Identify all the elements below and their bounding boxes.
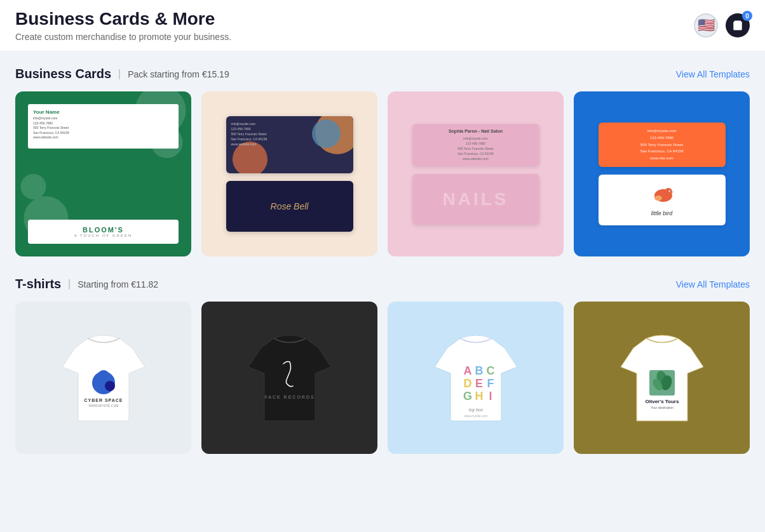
svg-text:H: H — [475, 390, 483, 402]
bc-nails-back: NAILS — [412, 174, 539, 225]
bc-card-nails[interactable]: Sophia Paron - Nail Salon info@mysite.co… — [388, 91, 564, 256]
svg-point-13 — [105, 381, 115, 391]
ts-cyber-content: CYBER SPACE WWW.MYSITE.COM — [62, 329, 145, 427]
bc-card-dark[interactable]: info@mysite.com123-456-7890500 Terry Fra… — [201, 91, 377, 256]
svg-text:B: B — [475, 364, 483, 377]
ts-price: Starting from €11.82 — [69, 279, 158, 289]
bc-dark-back: Rose Bell — [226, 181, 353, 232]
svg-text:www.mysite.com: www.mysite.com — [464, 414, 487, 418]
svg-point-4 — [21, 174, 46, 199]
header-text: Business Cards & More Create custom merc… — [15, 9, 231, 42]
page-subtitle: Create custom merchandise to promote you… — [15, 32, 231, 42]
ts-olivers-content: Oliver's Tours Your destination — [621, 329, 703, 427]
svg-text:WWW.MYSITE.COM: WWW.MYSITE.COM — [88, 404, 118, 408]
ts-view-all-link[interactable]: View All Templates — [676, 279, 750, 289]
bc-blue-bg: info@mysite.com123-456-7890500 Terry Fra… — [574, 91, 750, 256]
business-cards-grid: Your Name info@mysite.com 123-456-7890 5… — [15, 91, 750, 256]
ts-abc-item[interactable]: A B C D E F G H I toy box www.mysite.com — [388, 302, 564, 454]
bc-title-group: Business Cards Pack starting from €15.19 — [15, 67, 229, 81]
svg-text:D: D — [463, 377, 471, 390]
svg-text:Your destination: Your destination — [651, 406, 674, 409]
header-actions: 🇺🇸 0 — [694, 13, 750, 37]
ts-title-group: T-shirts Starting from €11.82 — [15, 277, 158, 291]
svg-point-8 — [669, 190, 670, 191]
svg-text:toy box: toy box — [468, 408, 483, 413]
flag-button[interactable]: 🇺🇸 — [694, 13, 718, 37]
cart-badge: 0 — [742, 11, 752, 21]
tshirt-abc-svg: A B C D E F G H I toy box www.mysite.com — [435, 329, 517, 424]
tshirt-olivers-svg: Oliver's Tours Your destination — [621, 329, 703, 424]
svg-point-6 — [665, 188, 672, 196]
tshirt-face-svg: FACE RECORDS — [248, 329, 331, 424]
bc-pink-bg: Sophia Paron - Nail Salon info@mysite.co… — [388, 91, 564, 256]
leaf-decoration — [15, 91, 191, 256]
main-content: Business Cards Pack starting from €15.19… — [0, 51, 765, 469]
svg-point-3 — [24, 196, 69, 241]
svg-text:FACE RECORDS: FACE RECORDS — [264, 395, 315, 399]
bc-card-bird[interactable]: info@mysite.com123-456-7890500 Terry Fra… — [574, 91, 750, 256]
bc-bird-front: info@mysite.com123-456-7890500 Terry Fra… — [599, 123, 726, 167]
svg-point-10 — [654, 196, 662, 201]
svg-point-12 — [97, 370, 110, 383]
ts-face-item[interactable]: FACE RECORDS — [201, 302, 377, 454]
bc-card-green[interactable]: Your Name info@mysite.com 123-456-7890 5… — [15, 91, 191, 256]
bc-nails-front: Sophia Paron - Nail Salon info@mysite.co… — [412, 124, 539, 166]
svg-text:C: C — [486, 364, 494, 377]
bird-icon — [649, 184, 675, 206]
ts-face-content: FACE RECORDS — [248, 329, 331, 427]
svg-text:Oliver's Tours: Oliver's Tours — [645, 399, 679, 404]
tshirts-header: T-shirts Starting from €11.82 View All T… — [15, 277, 750, 291]
svg-point-2 — [151, 126, 183, 158]
ts-olivers-item[interactable]: Oliver's Tours Your destination — [574, 302, 750, 454]
page-title: Business Cards & More — [15, 9, 231, 29]
svg-text:I: I — [489, 390, 492, 402]
bc-section-title: Business Cards — [15, 67, 111, 81]
tshirts-grid: CYBER SPACE WWW.MYSITE.COM FACE RECO — [15, 302, 750, 454]
header-bar: Business Cards & More Create custom merc… — [0, 0, 765, 51]
bc-dark-bg: info@mysite.com123-456-7890500 Terry Fra… — [201, 91, 377, 256]
business-cards-header: Business Cards Pack starting from €15.19… — [15, 67, 750, 81]
svg-text:A: A — [463, 364, 471, 377]
bc-bird-back: little bird — [599, 175, 726, 225]
cart-button[interactable]: 0 — [726, 13, 750, 37]
page-wrapper: Business Cards & More Create custom merc… — [0, 0, 765, 532]
svg-text:CYBER SPACE: CYBER SPACE — [84, 398, 123, 402]
svg-text:G: G — [463, 390, 471, 402]
ts-abc-content: A B C D E F G H I toy box www.mysite.com — [435, 329, 517, 427]
bc-green-bg: Your Name info@mysite.com 123-456-7890 5… — [15, 91, 191, 256]
bc-view-all-link[interactable]: View All Templates — [676, 69, 750, 79]
ts-section-title: T-shirts — [15, 277, 61, 291]
svg-text:F: F — [487, 377, 494, 390]
bc-price: Pack starting from €15.19 — [119, 69, 229, 79]
ts-cyber-item[interactable]: CYBER SPACE WWW.MYSITE.COM — [15, 302, 191, 454]
bc-dark-front: info@mysite.com123-456-7890500 Terry Fra… — [226, 116, 353, 173]
tshirt-cyber-svg: CYBER SPACE WWW.MYSITE.COM — [62, 329, 145, 424]
svg-text:E: E — [475, 377, 482, 390]
